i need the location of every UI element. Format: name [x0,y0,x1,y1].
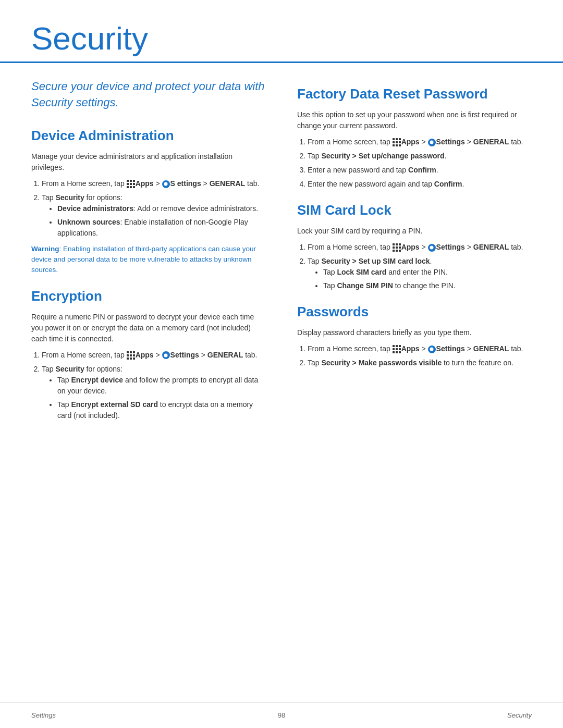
device-administration-description: Manage your device administrators and ap… [31,151,266,173]
enc-bullet-2: Tap Encrypt external SD card to encrypt … [57,399,266,421]
sim-card-lock-description: Lock your SIM card by requiring a PIN. [297,226,532,237]
fdr-step-3: Enter a new password and tap Confirm. [308,165,532,176]
settings-icon-4 [428,244,436,252]
enc-step-1: From a Home screen, tap Apps > Settings … [42,350,266,361]
device-admin-warning: Warning: Enabling installation of third-… [31,244,266,276]
sim-bullet-2: Tap Change SIM PIN to change the PIN. [323,280,532,291]
sim-card-lock-section: SIM Card Lock Lock your SIM card by requ… [297,200,532,291]
enc-step-2: Tap Security for options: Tap Encrypt de… [42,364,266,421]
sim-lock-bullets: Tap Lock SIM card and enter the PIN. Tap… [323,267,532,291]
warning-label: Warning [31,245,59,253]
footer-left: Settings [31,710,56,721]
left-column: Secure your device and protect your data… [31,79,266,431]
fdr-step-1: From a Home screen, tap Apps > Settings … [308,137,532,147]
apps-grid-icon-5 [393,345,401,353]
pw-step-1: From a Home screen, tap Apps > Settings … [308,343,532,354]
factory-data-reset-description: Use this option to set up your password … [297,109,532,131]
apps-grid-icon-3 [393,138,401,146]
factory-data-reset-section: Factory Data Reset Password Use this opt… [297,84,532,190]
page-footer: Settings 98 Security [0,702,563,728]
device-administration-steps: From a Home screen, tap Apps > S ettings… [42,178,266,239]
fdr-step-2: Tap Security > Set up/change password. [308,151,532,162]
page-title: Security [31,21,532,56]
bullet-unknown-sources: Unknown sources: Enable installation of … [57,217,266,239]
step-2: Tap Security for options: Device adminis… [42,192,266,239]
pw-step-2: Tap Security > Make passwords visible to… [308,357,532,368]
apps-grid-icon-4 [393,243,401,252]
settings-icon-3 [428,139,436,146]
footer-page-number: 98 [278,710,285,721]
bullet-device-admins: Device administrators: Add or remove dev… [57,203,266,214]
step-1: From a Home screen, tap Apps > S ettings… [42,178,266,189]
device-administration-heading: Device Administration [31,126,266,146]
page-header: Security [0,0,563,63]
encryption-section: Encryption Require a numeric PIN or pass… [31,286,266,421]
factory-reset-steps: From a Home screen, tap Apps > Settings … [308,137,532,190]
sim-step-2: Tap Security > Set up SIM card lock. Tap… [308,256,532,291]
encryption-bullets: Tap Encrypt device and follow the prompt… [57,375,266,421]
settings-icon-2 [162,351,170,359]
footer-right: Security [507,710,532,721]
encryption-description: Require a numeric PIN or password to dec… [31,312,266,344]
sim-step-1: From a Home screen, tap Apps > Settings … [308,242,532,253]
content-area: Secure your device and protect your data… [0,63,563,431]
factory-data-reset-heading: Factory Data Reset Password [297,84,532,104]
passwords-heading: Passwords [297,302,532,322]
settings-icon [162,180,170,188]
sim-bullet-1: Tap Lock SIM card and enter the PIN. [323,267,532,278]
fdr-step-4: Enter the new password again and tap Con… [308,179,532,190]
device-admin-bullets: Device administrators: Add or remove dev… [57,203,266,239]
device-administration-section: Device Administration Manage your device… [31,126,266,276]
sim-card-lock-heading: SIM Card Lock [297,200,532,220]
page: Security Secure your device and protect … [0,0,563,728]
apps-grid-icon [127,180,135,188]
right-column: Factory Data Reset Password Use this opt… [297,79,532,431]
encryption-heading: Encryption [31,286,266,306]
passwords-steps: From a Home screen, tap Apps > Settings … [308,343,532,368]
enc-bullet-1: Tap Encrypt device and follow the prompt… [57,375,266,397]
intro-text: Secure your device and protect your data… [31,79,266,111]
passwords-description: Display password characters briefly as y… [297,327,532,338]
passwords-section: Passwords Display password characters br… [297,302,532,368]
sim-lock-steps: From a Home screen, tap Apps > Settings … [308,242,532,291]
apps-grid-icon-2 [127,351,135,360]
settings-icon-5 [428,346,436,353]
encryption-steps: From a Home screen, tap Apps > Settings … [42,350,266,421]
